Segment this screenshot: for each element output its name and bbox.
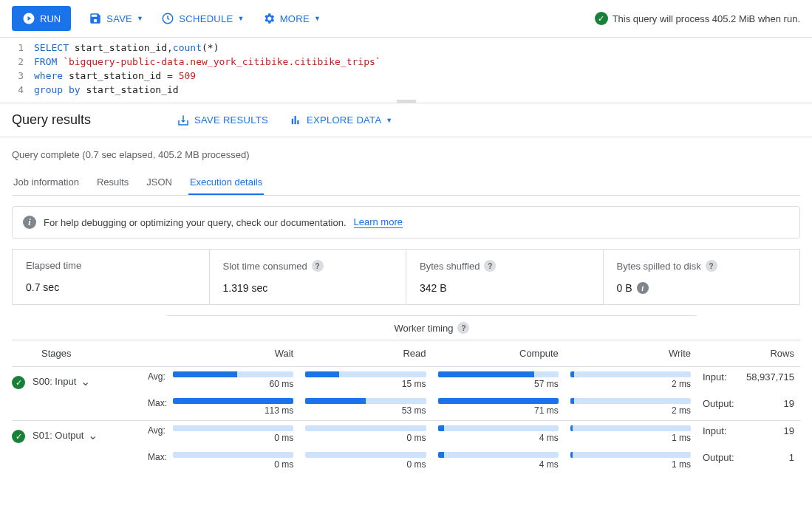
- max-compute: 71 ms: [432, 394, 564, 421]
- info-icon: i: [23, 216, 36, 229]
- chevron-down-icon: ▼: [238, 15, 245, 22]
- max-write: 2 ms: [564, 394, 697, 421]
- col-write: Write: [564, 340, 697, 367]
- results-body: Query complete (0.7 sec elapsed, 405.2 M…: [0, 137, 812, 486]
- chevron-down-icon: ⌄: [88, 428, 98, 442]
- stats-row: Elapsed time0.7 secSlot time consumed ?1…: [12, 249, 800, 305]
- chevron-down-icon: ▼: [137, 15, 143, 22]
- max-read: 53 ms: [299, 394, 431, 421]
- editor-line: 4group by start_station_id: [0, 83, 812, 97]
- avg-wait: Avg:60 ms: [167, 367, 299, 394]
- timing-metric: 57 ms: [432, 367, 564, 394]
- info-banner: i For help debugging or optimizing your …: [12, 206, 800, 239]
- editor-line: 2FROM `bigquery-public-data.new_york_cit…: [0, 55, 812, 69]
- check-circle-icon: ✓: [595, 12, 608, 25]
- info-icon[interactable]: i: [637, 282, 649, 294]
- stat-value: 342 B: [420, 282, 590, 294]
- more-button[interactable]: MORE ▼: [262, 12, 321, 25]
- col-read: Read: [299, 340, 431, 367]
- query-status-text: This query will process 405.2 MiB when r…: [613, 13, 800, 24]
- tab-json[interactable]: JSON: [145, 171, 174, 195]
- stage-toggle[interactable]: ✓S01: Output ⌄: [12, 421, 167, 474]
- stat-label: Slot time consumed ?: [223, 260, 393, 272]
- gear-icon: [262, 12, 276, 25]
- save-results-button[interactable]: SAVE RESULTS: [177, 114, 268, 127]
- max-wait: Max:0 ms: [167, 447, 299, 474]
- col-wait: Wait: [167, 340, 299, 367]
- play-icon: [22, 12, 35, 25]
- stat-card: Slot time consumed ?1.319 sec: [210, 250, 407, 304]
- help-icon[interactable]: ?: [312, 260, 324, 272]
- more-button-label: MORE: [280, 13, 310, 24]
- max-compute: 4 ms: [432, 447, 564, 474]
- chevron-down-icon: ⌄: [81, 374, 90, 388]
- run-button-label: RUN: [40, 13, 61, 24]
- run-button[interactable]: RUN: [12, 6, 71, 31]
- results-tabs: Job informationResultsJSONExecution deta…: [12, 171, 800, 196]
- stat-value: 1.319 sec: [223, 282, 393, 294]
- sql-editor[interactable]: 1SELECT start_station_id,count(*)2FROM `…: [0, 38, 812, 103]
- stat-label: Bytes shuffled ?: [420, 260, 590, 272]
- max-write: 1 ms: [564, 447, 697, 474]
- editor-line: 3where start_station_id = 509: [0, 69, 812, 83]
- chevron-down-icon: ▼: [386, 117, 392, 124]
- col-compute: Compute: [432, 340, 564, 367]
- results-title: Query results: [12, 112, 91, 128]
- explore-data-label: EXPLORE DATA: [307, 114, 381, 126]
- tab-job-information[interactable]: Job information: [12, 171, 81, 195]
- worker-timing: Worker timing ? StagesWaitReadComputeWri…: [12, 315, 800, 474]
- io-output: Output:1: [697, 447, 800, 474]
- line-number: 2: [12, 55, 34, 69]
- timing-metric: 4 ms: [432, 421, 564, 447]
- tab-execution-details[interactable]: Execution details: [188, 171, 264, 195]
- chart-icon: [289, 114, 302, 127]
- max-read: 0 ms: [299, 447, 431, 474]
- save-icon: [89, 12, 102, 25]
- timing-metric: 1 ms: [564, 421, 697, 447]
- stat-value: 0.7 sec: [26, 281, 196, 293]
- query-complete-text: Query complete (0.7 sec elapsed, 405.2 M…: [12, 149, 800, 160]
- check-circle-icon: ✓: [12, 430, 25, 443]
- timing-metric: 2 ms: [564, 367, 697, 394]
- help-icon[interactable]: ?: [484, 260, 496, 272]
- stat-label: Bytes spilled to disk ?: [617, 260, 787, 272]
- stat-label: Elapsed time: [26, 260, 196, 271]
- worker-timing-header: Worker timing ?: [167, 315, 697, 340]
- schedule-icon: [161, 12, 174, 25]
- stage-toggle[interactable]: ✓S00: Input ⌄: [12, 367, 167, 421]
- line-number: 1: [12, 41, 34, 55]
- schedule-button[interactable]: SCHEDULE ▼: [161, 12, 244, 25]
- editor-line: 1SELECT start_station_id,count(*): [0, 41, 812, 55]
- col-rows: Rows: [697, 340, 800, 367]
- editor-toolbar: RUN SAVE ▼ SCHEDULE ▼ MORE ▼ ✓ This quer…: [0, 0, 812, 38]
- schedule-button-label: SCHEDULE: [179, 13, 233, 24]
- query-status: ✓ This query will process 405.2 MiB when…: [595, 12, 800, 25]
- line-number: 3: [12, 69, 34, 83]
- stat-value: 0 B i: [617, 282, 787, 294]
- help-icon[interactable]: ?: [706, 260, 717, 272]
- download-icon: [177, 114, 190, 127]
- check-circle-icon: ✓: [12, 376, 25, 389]
- save-button-label: SAVE: [106, 13, 132, 24]
- stat-card: Bytes spilled to disk ?0 B i: [604, 250, 800, 304]
- max-wait: Max:113 ms: [167, 394, 299, 421]
- io-input: Input:58,937,715: [697, 367, 800, 394]
- col-stages: Stages: [12, 340, 167, 367]
- avg-wait: Avg:0 ms: [167, 421, 299, 447]
- tab-results[interactable]: Results: [95, 171, 130, 195]
- save-button[interactable]: SAVE ▼: [89, 12, 143, 25]
- explore-data-button[interactable]: EXPLORE DATA ▼: [289, 114, 393, 127]
- stat-card: Bytes shuffled ?342 B: [406, 250, 604, 304]
- line-number: 4: [12, 83, 34, 97]
- learn-more-link[interactable]: Learn more: [354, 216, 403, 228]
- results-header: Query results SAVE RESULTS EXPLORE DATA …: [0, 103, 812, 137]
- editor-resize-handle[interactable]: [397, 100, 416, 103]
- stat-card: Elapsed time0.7 sec: [13, 250, 210, 304]
- chevron-down-icon: ▼: [314, 15, 321, 22]
- help-icon[interactable]: ?: [457, 322, 469, 334]
- timing-metric: 0 ms: [299, 421, 431, 447]
- info-banner-text: For help debugging or optimizing your qu…: [44, 217, 347, 228]
- save-results-label: SAVE RESULTS: [194, 114, 268, 126]
- io-output: Output:19: [697, 394, 800, 421]
- timing-metric: 15 ms: [299, 367, 431, 394]
